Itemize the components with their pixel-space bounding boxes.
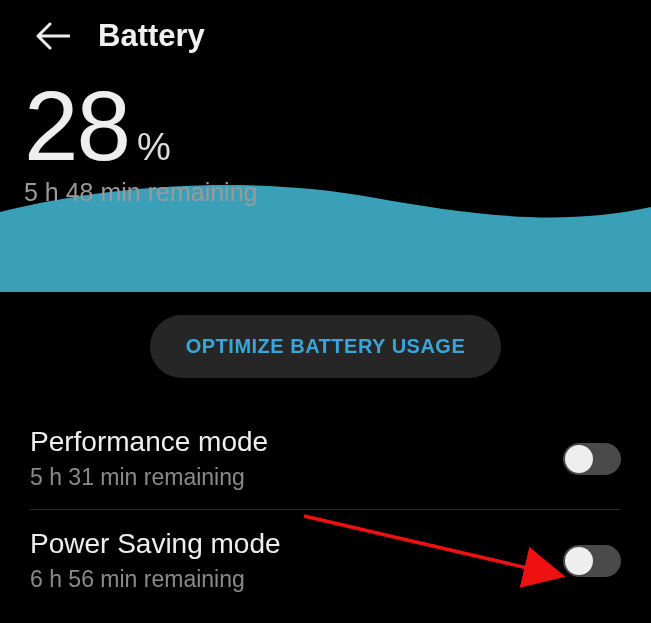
performance-mode-toggle[interactable] xyxy=(563,443,621,475)
page-title: Battery xyxy=(98,18,205,54)
optimize-battery-button[interactable]: OPTIMIZE BATTERY USAGE xyxy=(150,315,502,378)
power-saving-mode-toggle[interactable] xyxy=(563,545,621,577)
toggle-knob xyxy=(565,547,593,575)
mode-list: Performance mode 5 h 31 min remaining Po… xyxy=(0,408,651,611)
battery-percent-value: 28 xyxy=(24,82,129,170)
battery-remaining-text: 5 h 48 min remaining xyxy=(24,178,651,207)
power-saving-mode-row[interactable]: Power Saving mode 6 h 56 min remaining xyxy=(0,510,651,611)
performance-mode-row[interactable]: Performance mode 5 h 31 min remaining xyxy=(0,408,651,509)
battery-summary: 28 % 5 h 48 min remaining xyxy=(0,64,651,207)
power-saving-mode-title: Power Saving mode xyxy=(30,528,281,560)
header: Battery xyxy=(0,0,651,64)
power-saving-mode-sub: 6 h 56 min remaining xyxy=(30,566,281,593)
performance-mode-sub: 5 h 31 min remaining xyxy=(30,464,268,491)
toggle-knob xyxy=(565,445,593,473)
battery-percent-symbol: % xyxy=(137,126,171,169)
performance-mode-title: Performance mode xyxy=(30,426,268,458)
back-arrow-icon[interactable] xyxy=(36,22,70,50)
